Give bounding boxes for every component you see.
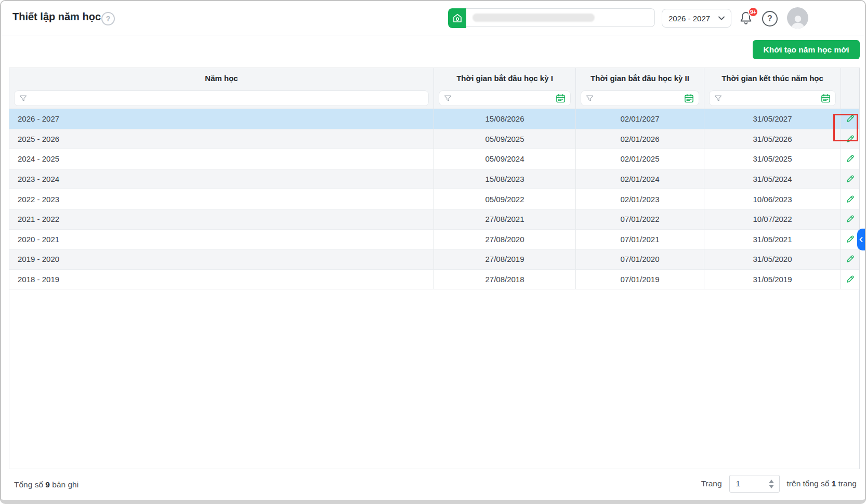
home-icon[interactable] [448, 8, 466, 28]
filter-cell-actions [841, 88, 859, 109]
edit-row-button[interactable] [845, 154, 855, 164]
table-row[interactable]: 2023 - 202415/08/202302/01/202431/05/202… [9, 169, 859, 190]
row-actions-cell [841, 209, 859, 229]
create-school-year-button[interactable]: Khởi tạo năm học mới [753, 40, 860, 59]
table-row[interactable]: 2024 - 202505/09/202402/01/202531/05/202… [9, 149, 859, 169]
calendar-icon[interactable] [684, 94, 694, 103]
table-row[interactable]: 2026 - 202715/08/202602/01/202731/05/202… [9, 109, 859, 129]
year-filter-input[interactable] [14, 90, 429, 106]
pencil-icon [845, 174, 855, 184]
collapse-panel-toggle[interactable] [857, 229, 865, 250]
page-label: Trang [701, 479, 722, 488]
page-help-icon[interactable]: ? [101, 12, 115, 25]
avatar[interactable] [787, 7, 808, 29]
edit-row-button[interactable] [845, 274, 855, 284]
school-selector[interactable] [448, 8, 655, 28]
year-cell: 2026 - 2027 [9, 109, 434, 129]
help-icon[interactable]: ? [762, 11, 778, 26]
table-row[interactable]: 2020 - 202127/08/202007/01/202131/05/202… [9, 230, 859, 250]
sem1-start-cell: 15/08/2026 [434, 109, 575, 129]
row-actions-cell [841, 129, 859, 149]
app-window: Thiết lập năm học ? 2026 - 2027 [0, 0, 866, 504]
school-year-dropdown[interactable]: 2026 - 2027 [662, 9, 731, 28]
table-row[interactable]: 2019 - 202027/08/201907/01/202031/05/202… [9, 249, 859, 270]
table-header-row: Năm học Thời gian bắt đầu học kỳ I Thời … [9, 68, 859, 88]
year-cell: 2020 - 2021 [9, 230, 434, 249]
chevron-down-icon [718, 16, 725, 20]
pencil-icon [845, 274, 855, 284]
column-header-sem2-start[interactable]: Thời gian bắt đầu học kỳ II [575, 68, 704, 88]
school-name-redacted [473, 14, 595, 22]
edit-row-button[interactable] [845, 214, 855, 224]
sem1-date-filter-input[interactable] [439, 90, 571, 106]
chevron-left-icon [859, 237, 863, 242]
year-end-date-filter-input[interactable] [709, 90, 836, 106]
sem1-start-cell: 27/08/2019 [434, 249, 575, 269]
year-cell: 2025 - 2026 [9, 129, 434, 149]
notifications-button[interactable]: 9+ [739, 10, 755, 27]
page-number-input[interactable]: 1 [729, 475, 780, 493]
table-row[interactable]: 2021 - 202227/08/202107/01/202210/07/202… [9, 209, 859, 230]
school-name-input[interactable] [466, 8, 655, 27]
school-year-value: 2026 - 2027 [668, 14, 710, 23]
filter-cell-year-end [704, 88, 841, 109]
table-filter-row [9, 88, 859, 109]
table-row[interactable]: 2025 - 202605/09/202502/01/202631/05/202… [9, 129, 859, 150]
sem2-start-cell: 02/01/2024 [575, 169, 704, 189]
page-number-value: 1 [736, 479, 741, 488]
filter-cell-year [9, 88, 434, 109]
school-year-table: Năm học Thời gian bắt đầu học kỳ I Thời … [9, 68, 860, 469]
year-end-cell: 31/05/2021 [704, 230, 841, 249]
edit-row-button[interactable] [845, 114, 855, 124]
year-end-cell: 31/05/2020 [704, 249, 841, 269]
row-actions-cell [841, 270, 859, 289]
sem2-date-filter-input[interactable] [581, 90, 699, 106]
row-actions-cell [841, 230, 859, 249]
page-total-text: trên tổng số 1 trang [787, 479, 857, 488]
year-cell: 2024 - 2025 [9, 149, 434, 169]
sem1-start-cell: 05/09/2024 [434, 149, 575, 169]
column-header-year[interactable]: Năm học [9, 68, 434, 88]
edit-row-button[interactable] [845, 254, 855, 264]
edit-row-button[interactable] [845, 134, 855, 144]
page-spinner[interactable] [769, 480, 774, 488]
funnel-icon [586, 95, 594, 102]
edit-row-button[interactable] [845, 174, 855, 184]
funnel-icon [19, 95, 27, 102]
year-cell: 2021 - 2022 [9, 209, 434, 229]
year-end-cell: 10/07/2022 [704, 209, 841, 229]
year-end-cell: 10/06/2023 [704, 189, 841, 209]
pencil-icon [845, 154, 855, 164]
user-silhouette-icon [790, 13, 806, 29]
total-records-count: 9 [45, 480, 50, 489]
sem1-start-cell: 05/09/2022 [434, 189, 575, 209]
calendar-icon[interactable] [821, 94, 831, 103]
sem1-start-cell: 27/08/2018 [434, 270, 575, 289]
pagination: Trang 1 trên tổng số 1 trang [701, 475, 857, 493]
sem2-start-cell: 07/01/2022 [575, 209, 704, 229]
sem2-start-cell: 02/01/2025 [575, 149, 704, 169]
funnel-icon [444, 95, 452, 102]
edit-row-button[interactable] [845, 234, 855, 244]
year-cell: 2022 - 2023 [9, 189, 434, 209]
sem2-start-cell: 07/01/2020 [575, 249, 704, 269]
calendar-icon[interactable] [556, 94, 566, 103]
sem1-start-cell: 27/08/2020 [434, 230, 575, 249]
column-header-actions [841, 68, 859, 88]
table-row[interactable]: 2018 - 201927/08/201807/01/201931/05/201… [9, 270, 859, 290]
column-header-year-end[interactable]: Thời gian kết thúc năm học [704, 68, 841, 88]
row-actions-cell [841, 189, 859, 209]
notification-badge: 9+ [748, 7, 758, 17]
sem2-start-cell: 02/01/2026 [575, 129, 704, 149]
pencil-icon [845, 114, 855, 124]
column-header-sem1-start[interactable]: Thời gian bắt đầu học kỳ I [434, 68, 575, 88]
filter-cell-sem1 [434, 88, 575, 109]
spinner-up-icon[interactable] [769, 480, 774, 483]
edit-row-button[interactable] [845, 194, 855, 204]
year-cell: 2018 - 2019 [9, 270, 434, 289]
pencil-icon [845, 254, 855, 264]
year-end-cell: 31/05/2019 [704, 270, 841, 289]
sem1-start-cell: 05/09/2025 [434, 129, 575, 149]
spinner-down-icon[interactable] [769, 485, 774, 488]
table-row[interactable]: 2022 - 202305/09/202202/01/202310/06/202… [9, 189, 859, 209]
